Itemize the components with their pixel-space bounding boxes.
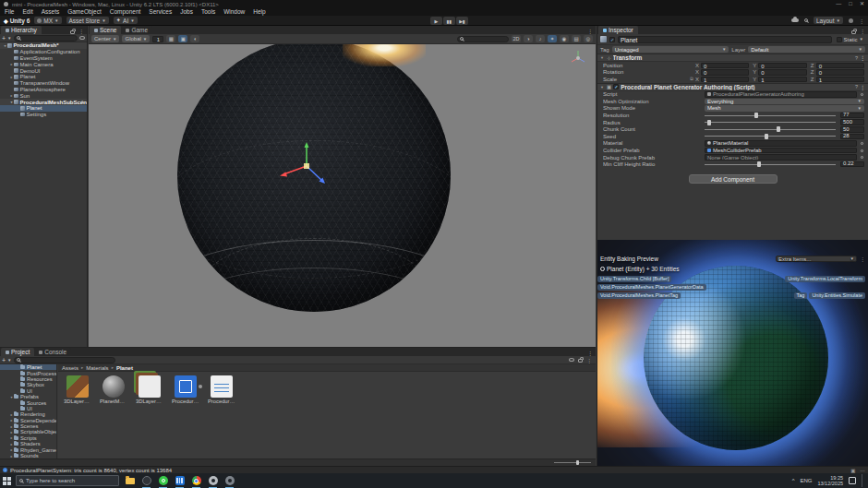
chrome-icon[interactable]	[190, 475, 202, 487]
kebab-menu-icon[interactable]: ⋮	[860, 28, 865, 34]
position-y-field[interactable]: 0	[758, 63, 806, 69]
cloud-icon[interactable]	[791, 18, 799, 22]
render-mode-icon[interactable]: ◐	[190, 35, 199, 42]
material-object-field[interactable]: PlanetMaterial	[705, 140, 857, 147]
scale-z-field[interactable]: 1	[816, 77, 864, 83]
scene-search-input[interactable]	[457, 36, 509, 42]
min-cliff-height-ratio-slider[interactable]	[705, 164, 836, 165]
gizmos-dropdown-icon[interactable]: ◎	[584, 35, 593, 42]
menu-item[interactable]: File	[5, 8, 14, 16]
extra-items-dropdown[interactable]: Extra Items...▼	[776, 256, 857, 263]
close-button[interactable]: ✕	[860, 0, 864, 8]
menu-item[interactable]: Help	[253, 8, 265, 16]
shown-mode-dropdown[interactable]: Mesh▼	[705, 105, 864, 112]
asset-item[interactable]: Procedura...	[208, 375, 235, 404]
resolution-slider[interactable]	[705, 115, 836, 116]
menu-item[interactable]: GameObject	[67, 8, 102, 16]
search-icon[interactable]	[804, 18, 808, 22]
hierarchy-item[interactable]: ApplicationConfiguration	[0, 49, 87, 55]
scene-visibility-icon[interactable]	[79, 36, 85, 40]
rotation-x-field[interactable]: 0	[701, 69, 749, 76]
kebab-menu-icon[interactable]: ⋮	[860, 84, 865, 90]
static-checkbox[interactable]	[837, 37, 842, 42]
kebab-menu-icon[interactable]: ⋮	[860, 256, 865, 262]
whatsapp-icon[interactable]	[157, 475, 169, 487]
hierarchy-item[interactable]: ▸ Sun	[0, 92, 87, 99]
progress-icon[interactable]: ⋯	[861, 468, 866, 473]
menu-item[interactable]: Assets	[42, 8, 60, 16]
chunk-count-value-field[interactable]: 50	[840, 126, 864, 133]
pause-button[interactable]: ▮▮	[443, 17, 455, 25]
icon-size-slider[interactable]	[554, 462, 591, 463]
rotation-z-field[interactable]: 0	[816, 69, 864, 76]
hierarchy-item[interactable]: TransparentWindow	[0, 80, 87, 87]
grid-visibility-icon[interactable]: ▣	[178, 35, 187, 42]
asset-store-button[interactable]: Asset Store▼	[66, 17, 109, 24]
ai-button[interactable]: ✦AI▼	[114, 17, 138, 24]
hierarchy-item[interactable]: EventSystem	[0, 55, 87, 62]
tab-console[interactable]: Console	[34, 348, 71, 356]
active-checkbox[interactable]: ✓	[609, 37, 615, 42]
notification-center-icon[interactable]	[849, 477, 856, 484]
camera-settings-icon[interactable]: ▤	[572, 35, 581, 42]
add-object-button[interactable]: +	[2, 35, 6, 42]
start-button[interactable]	[3, 477, 11, 485]
step-button[interactable]: ▶▮	[456, 17, 468, 25]
maximize-button[interactable]: □	[849, 0, 852, 8]
search-by-type-icon[interactable]	[569, 358, 574, 362]
static-dropdown[interactable]: Static ▼	[835, 36, 865, 43]
hidden-objects-icon[interactable]: ◉	[560, 35, 569, 42]
tab-scene[interactable]: Scene	[90, 26, 121, 34]
object-picker-icon[interactable]	[859, 140, 864, 147]
language-indicator[interactable]: ENG	[800, 478, 812, 483]
menu-item[interactable]: Edit	[22, 8, 32, 16]
tag-dropdown[interactable]: Untagged▼	[612, 46, 729, 53]
script-component-header[interactable]: ▼ ▣ ✓ Procedural Planet Generator Author…	[597, 83, 868, 91]
entity-summary-row[interactable]: Planet (Entity) + 30 Entities	[600, 266, 680, 272]
kebab-menu-icon[interactable]: ⋮	[78, 28, 84, 34]
hierarchy-item[interactable]: PlanetAtmosphere	[0, 87, 87, 93]
lock-icon[interactable]	[851, 30, 856, 34]
gear-icon-dark[interactable]	[223, 475, 235, 487]
tab-inspector[interactable]: Inspector	[598, 26, 638, 34]
kebab-menu-icon[interactable]: ⋮	[860, 54, 865, 61]
app-icon-blue[interactable]	[174, 475, 186, 487]
lock-icon[interactable]	[70, 30, 75, 34]
seed-value-field[interactable]: 28	[840, 134, 864, 140]
tab-hierarchy[interactable]: Hierarchy	[1, 26, 42, 34]
layout-dropdown[interactable]: Layout▼	[814, 17, 843, 24]
hierarchy-item[interactable]: ▾ ProceduralMesh*	[0, 42, 87, 49]
menu-item[interactable]: Window	[223, 8, 245, 16]
help-icon[interactable]: ?	[855, 55, 858, 61]
taskbar-search-input[interactable]: Type here to search	[16, 475, 119, 486]
breadcrumb-item[interactable]: Materials	[86, 365, 108, 371]
hierarchy-search-input[interactable]	[14, 35, 78, 42]
menu-item[interactable]: Tools	[201, 8, 215, 16]
lock-icon[interactable]	[578, 359, 583, 363]
asset-item[interactable]: 3DLayeredMa...	[136, 375, 163, 404]
hierarchy-item[interactable]: ▾ ProceduralMeshSubScene* ✎	[0, 99, 87, 105]
asset-item[interactable]: Procedural...	[172, 375, 199, 404]
resolution-value-field[interactable]: 77	[840, 113, 864, 119]
tab-project[interactable]: Project	[1, 348, 34, 356]
chunk-count-slider[interactable]	[705, 129, 836, 130]
grid-snap-size-field[interactable]: 1	[152, 36, 163, 42]
project-search-input[interactable]	[14, 357, 115, 363]
app-icon-dark-circle[interactable]	[140, 475, 152, 487]
grid-snap-icon[interactable]: ▦	[166, 35, 175, 42]
minimize-button[interactable]: —	[836, 0, 841, 8]
lighting-toggle-icon[interactable]: ◑	[524, 35, 533, 42]
menu-item[interactable]: Component	[110, 8, 141, 16]
object-picker-icon[interactable]	[859, 148, 864, 154]
file-explorer-icon[interactable]	[124, 475, 136, 487]
transform-component-header[interactable]: ▼ ⊹ Transform ? ⋮	[597, 54, 868, 62]
audio-toggle-icon[interactable]: ♪	[536, 35, 545, 42]
radius-value-field[interactable]: 500	[840, 119, 864, 125]
tray-chevron-icon[interactable]: ^	[792, 478, 795, 483]
hierarchy-item[interactable]: DemoUI	[0, 67, 87, 74]
hierarchy-item[interactable]: Settings	[0, 112, 87, 118]
debug-chunk-prefab-object-field[interactable]: None (Game Object)	[705, 154, 857, 161]
menu-item[interactable]: Jobs	[180, 8, 193, 16]
help-icon[interactable]: ?	[855, 84, 858, 89]
foldout-arrow[interactable]: ▼	[600, 55, 605, 60]
